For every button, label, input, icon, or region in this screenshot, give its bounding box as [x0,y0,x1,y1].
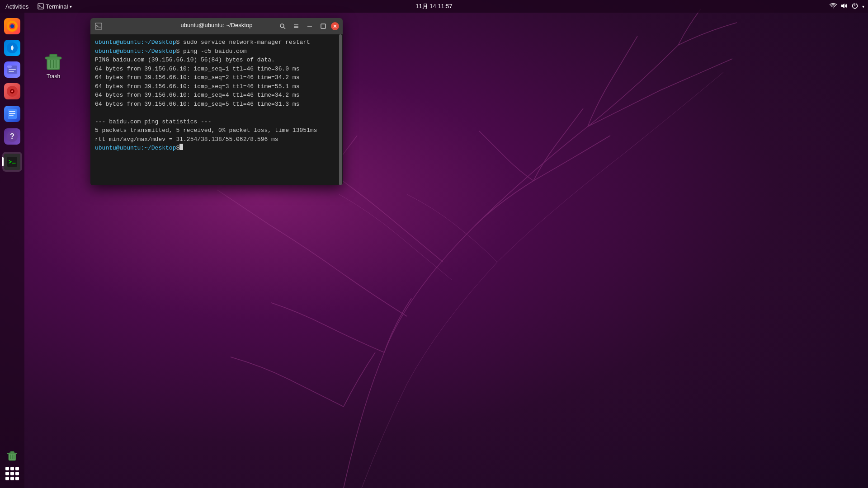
term-blank-1 [95,108,338,117]
terminal-titlebar-icon [94,22,103,31]
svg-rect-7 [7,66,12,68]
volume-icon [840,2,848,11]
term-output-5: 64 bytes from 39.156.66.10: icmp_seq=4 t… [95,91,338,100]
writer-icon [4,106,20,122]
terminal-search-button[interactable] [277,20,288,32]
svg-rect-26 [9,111,15,112]
terminal-indicator[interactable]: Terminal ▾ [38,3,72,10]
wifi-icon [830,2,837,11]
terminal-dropdown-icon: ▾ [70,4,72,9]
term-line-2: ubuntu@ubuntu:~/Desktop$ ping -c5 baidu.… [95,47,338,56]
svg-rect-12 [7,453,17,454]
term-output-2: 64 bytes from 39.156.66.10: icmp_seq=1 t… [95,65,338,74]
trash-label: Trash [47,73,60,80]
sidebar-item-help[interactable]: ? [2,127,22,146]
thunderbird-icon [4,40,20,56]
rhythmbox-icon [4,83,20,99]
terminal-label: Terminal [46,3,68,10]
trash-desktop-icon [42,50,64,71]
term-line-cursor: ubuntu@ubuntu:~/Desktop$ [95,144,338,153]
terminal-dock-icon [4,154,20,170]
term-output-7: --- baidu.com ping statistics --- [95,117,338,127]
term-prompt-2: ubuntu@ubuntu:~/Desktop [95,47,176,56]
files-icon [4,61,20,78]
sidebar-item-files[interactable] [2,60,22,80]
term-cursor [179,144,183,150]
sidebar-item-writer[interactable] [2,104,22,124]
term-line-1: ubuntu@ubuntu:~/Desktop$ sudo service ne… [95,38,338,47]
terminal-maximize-button[interactable] [317,20,329,32]
sidebar-item-thunderbird[interactable] [2,38,22,58]
terminal-menu-button[interactable] [290,20,302,32]
power-icon[interactable] [851,2,859,11]
panel-datetime: 11月 14 11:57 [415,2,453,10]
svg-rect-8 [9,69,16,70]
svg-rect-28 [9,115,14,116]
term-prompt-1: ubuntu@ubuntu:~/Desktop [95,38,176,47]
terminal-minimize-button[interactable] [304,20,316,32]
svg-rect-27 [9,113,15,114]
terminal-window: ubuntu@ubuntu: ~/Desktop ubuntu@ubuntu:~… [90,18,343,185]
svg-rect-41 [321,24,326,28]
activities-button[interactable]: Activities [4,3,30,10]
grid-dots-icon [5,467,19,480]
term-output-6: 64 bytes from 39.156.66.10: icmp_seq=5 t… [95,100,338,109]
term-output-4: 64 bytes from 39.156.66.10: icmp_seq=3 t… [95,82,338,91]
svg-rect-31 [7,157,17,167]
term-output-1: PING baidu.com (39.156.66.10) 56(84) byt… [95,56,338,65]
term-output-8: 5 packets transmitted, 5 received, 0% pa… [95,126,338,135]
svg-point-35 [280,24,284,28]
panel-right: ▾ [830,2,864,11]
term-output-9: rtt min/avg/max/mdev = 31.254/38.138/55.… [95,135,338,144]
desktop: Activities Terminal ▾ 11月 14 11:57 [0,0,868,488]
sidebar-item-terminal[interactable] [2,152,22,172]
panel-left: Activities Terminal ▾ [4,3,72,10]
sidebar-item-firefox[interactable] [2,16,22,36]
terminal-scrollbar-thumb[interactable] [339,34,342,185]
term-output-3: 64 bytes from 39.156.66.10: icmp_seq=2 t… [95,73,338,82]
sidebar-item-rhythmbox[interactable] [2,81,22,101]
term-cmd-1: $ sudo service network-manager restart [176,38,310,47]
terminal-titlebar [90,18,343,34]
svg-line-36 [283,27,285,29]
svg-rect-9 [9,71,14,72]
top-panel: Activities Terminal ▾ 11月 14 11:57 [0,0,868,13]
svg-text:?: ? [10,132,14,140]
terminal-scrollbar-track [339,34,342,185]
trash-dock-icon [4,447,20,464]
svg-point-4 [10,24,14,28]
terminal-body[interactable]: ubuntu@ubuntu:~/Desktop$ sudo service ne… [90,34,343,185]
term-cmd-2: $ ping -c5 baidu.com [176,47,246,56]
help-icon: ? [4,128,20,145]
titlebar-controls [277,20,339,32]
svg-point-24 [11,90,13,92]
app-grid-button[interactable] [3,465,21,483]
desktop-icon-trash[interactable]: Trash [35,48,71,81]
terminal-close-button[interactable] [331,22,339,30]
firefox-icon [4,18,20,34]
power-dropdown-icon: ▾ [862,4,864,9]
term-prompt-final: ubuntu@ubuntu:~/Desktop [95,144,176,153]
svg-rect-18 [45,57,61,59]
sidebar-item-trash[interactable] [2,446,22,465]
